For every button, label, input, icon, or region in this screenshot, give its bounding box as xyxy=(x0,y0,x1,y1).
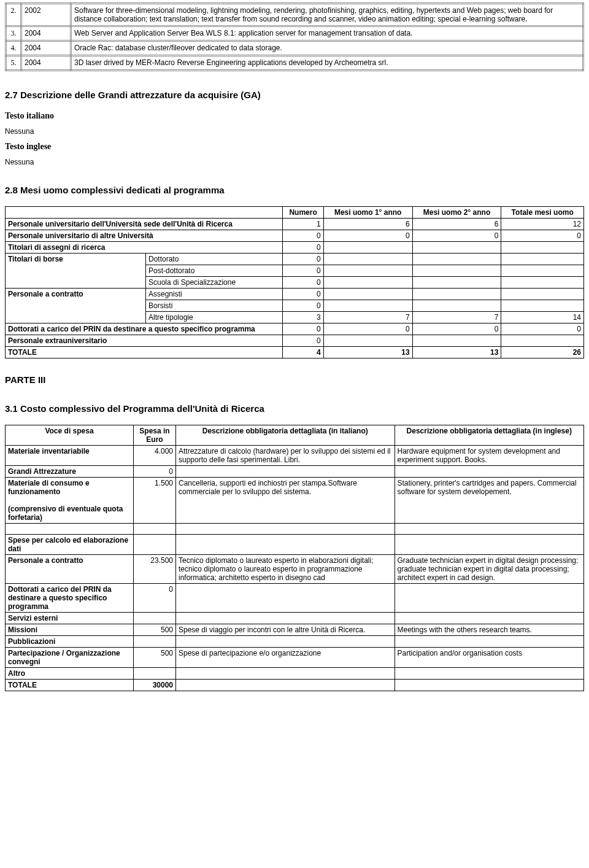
col-numero: Numero xyxy=(283,207,323,219)
row-label: Personale universitario dell'Università … xyxy=(6,219,283,230)
table-row: Titolari di assegni di ricerca 0 xyxy=(6,242,584,254)
table-row: Personale a contratto Assegnisti 0 xyxy=(6,289,584,300)
table-row: Materiale di consumo e funzionamento (co… xyxy=(6,478,584,524)
table-row-totale: TOTALE 4 13 13 26 xyxy=(6,347,584,358)
table-row: Altro xyxy=(6,668,584,680)
voce: Servizi esterni xyxy=(6,613,134,624)
row-label: Titolari di borse xyxy=(6,254,146,289)
row-desc: Software for three-dimensional modeling,… xyxy=(71,4,583,26)
row-year: 2004 xyxy=(21,56,71,71)
voce: Grandi Attrezzature xyxy=(6,466,134,478)
voce: Personale a contratto xyxy=(6,555,134,584)
table-row: 5. 2004 3D laser drived by MER-Macro Rev… xyxy=(6,56,583,71)
table-row: Titolari di borse Dottorato 0 xyxy=(6,254,584,265)
row-sublabel: Borsisti xyxy=(146,300,283,312)
col-desc-en: Descrizione obbligatoria dettagliata (in… xyxy=(395,425,584,446)
mesi-uomo-table: Numero Mesi uomo 1° anno Mesi uomo 2° an… xyxy=(5,206,584,358)
row-num: 3. xyxy=(6,26,21,41)
row-label: Personale universitario di altre Univers… xyxy=(6,230,283,242)
table-row-spacer xyxy=(6,524,584,535)
row-num: 5. xyxy=(6,56,21,71)
table-row: Personale a contratto 23.500 Tecnico dip… xyxy=(6,555,584,584)
row-sublabel: Altre tipologie xyxy=(146,312,283,324)
table-row: 4. 2004 Oracle Rac: database cluster/fil… xyxy=(6,41,583,56)
table-row: Missioni 500 Spese di viaggio per incont… xyxy=(6,624,584,636)
table-header: Voce di spesa Spesa in Euro Descrizione … xyxy=(6,425,584,446)
row-desc: Oracle Rac: database cluster/fileover de… xyxy=(71,41,583,56)
label-testo-italiano: Testo italiano xyxy=(5,111,584,121)
row-desc: 3D laser drived by MER-Macro Reverse Eng… xyxy=(71,56,583,71)
table-row: Personale universitario dell'Università … xyxy=(6,219,584,230)
row-label: Personale extrauniversitario xyxy=(6,335,283,347)
row-year: 2002 xyxy=(21,4,71,26)
row-sublabel: Assegnisti xyxy=(146,289,283,300)
costo-table: Voce di spesa Spesa in Euro Descrizione … xyxy=(5,425,584,691)
voce: Altro xyxy=(6,668,134,680)
value-testo-italiano: Nessuna xyxy=(5,127,584,136)
voce: Partecipazione / Organizzazione convegni xyxy=(6,648,134,668)
voce: Dottorati a carico del PRIN da destinare… xyxy=(6,584,134,613)
row-label: Dottorati a carico del PRIN da destinare… xyxy=(6,324,283,335)
table-row: Personale extrauniversitario 0 xyxy=(6,335,584,347)
col-totale: Totale mesi uomo xyxy=(501,207,584,219)
voce: Materiale di consumo e funzionamento (co… xyxy=(6,478,134,524)
voce: Spese per calcolo ed elaborazione dati xyxy=(6,535,134,555)
row-label: Personale a contratto xyxy=(6,289,146,324)
table-row: Personale universitario di altre Univers… xyxy=(6,230,584,242)
voce: Pubblicazioni xyxy=(6,636,134,648)
table-row: Materiale inventariabile 4.000 Attrezzat… xyxy=(6,446,584,466)
voce: TOTALE xyxy=(6,680,134,691)
table-row: Dottorati a carico del PRIN da destinare… xyxy=(6,584,584,613)
section-2-7-title: 2.7 Descrizione delle Grandi attrezzatur… xyxy=(5,90,584,100)
row-sublabel: Dottorato xyxy=(146,254,283,265)
table-row: Spese per calcolo ed elaborazione dati xyxy=(6,535,584,555)
row-num: 2. xyxy=(6,4,21,26)
section-3-1-title: 3.1 Costo complessivo del Programma dell… xyxy=(5,403,584,414)
row-year: 2004 xyxy=(21,41,71,56)
table-row: Pubblicazioni xyxy=(6,636,584,648)
row-sublabel: Post-dottorato xyxy=(146,265,283,277)
table-row: Grandi Attrezzature 0 xyxy=(6,466,584,478)
row-sublabel: Scuola di Specializzazione xyxy=(146,277,283,289)
table-row: 3. 2004 Web Server and Application Serve… xyxy=(6,26,583,41)
table-row: Dottorati a carico del PRIN da destinare… xyxy=(6,324,584,335)
col-euro: Spesa in Euro xyxy=(134,425,176,446)
row-label: TOTALE xyxy=(6,347,283,358)
section-2-8-title: 2.8 Mesi uomo complessivi dedicati al pr… xyxy=(5,185,584,195)
col-voce: Voce di spesa xyxy=(6,425,134,446)
table-header: Numero Mesi uomo 1° anno Mesi uomo 2° an… xyxy=(6,207,584,219)
table-row-totale: TOTALE 30000 xyxy=(6,680,584,691)
row-year: 2004 xyxy=(21,26,71,41)
table-row: Partecipazione / Organizzazione convegni… xyxy=(6,648,584,668)
voce: Missioni xyxy=(6,624,134,636)
row-desc: Web Server and Application Server Bea WL… xyxy=(71,26,583,41)
table-row: Servizi esterni xyxy=(6,613,584,624)
value-testo-inglese: Nessuna xyxy=(5,158,584,166)
col-mesi1: Mesi uomo 1° anno xyxy=(323,207,412,219)
table-row: 2. 2002 Software for three-dimensional m… xyxy=(6,4,583,26)
parte-3-title: PARTE III xyxy=(5,374,584,385)
col-desc-it: Descrizione obbligatoria dettagliata (in… xyxy=(176,425,395,446)
voce: Materiale inventariabile xyxy=(6,446,134,466)
col-mesi2: Mesi uomo 2° anno xyxy=(412,207,501,219)
equipment-table: 2. 2002 Software for three-dimensional m… xyxy=(5,2,584,71)
row-num: 4. xyxy=(6,41,21,56)
label-testo-inglese: Testo inglese xyxy=(5,142,584,152)
row-label: Titolari di assegni di ricerca xyxy=(6,242,283,254)
